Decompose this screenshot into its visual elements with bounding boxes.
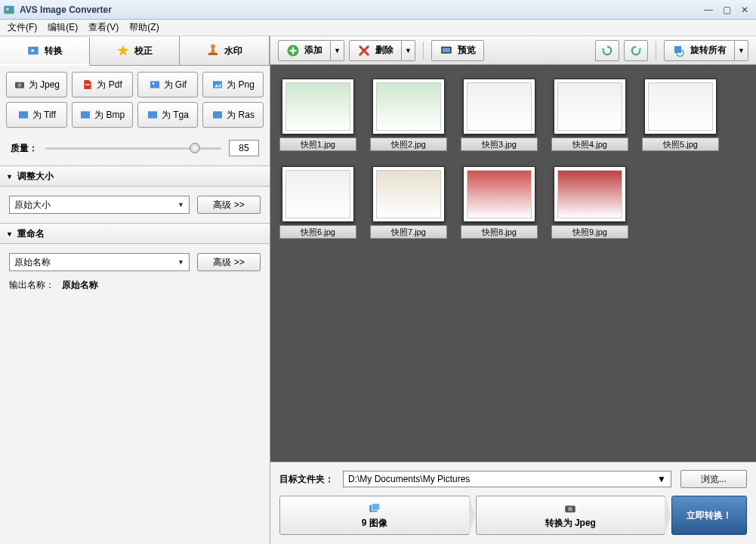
- minimize-button[interactable]: —: [700, 4, 717, 16]
- tab-correct[interactable]: 校正: [90, 36, 180, 65]
- fmt-bmp[interactable]: 为 Bmp: [72, 102, 133, 128]
- dest-path: D:\My Documents\My Pictures: [348, 474, 470, 484]
- dest-label: 目标文件夹：: [279, 473, 334, 486]
- left-panel: 转换 校正 水印 为 Jpeg 为 Pdf 为 Gif 为 Png 为 Tiff…: [0, 36, 270, 544]
- svg-rect-11: [81, 111, 90, 118]
- thumbnail-item[interactable]: 快照8.jpg: [461, 166, 538, 239]
- resize-combo[interactable]: 原始大小 ▼: [9, 196, 190, 214]
- maximize-button[interactable]: ▢: [718, 4, 735, 16]
- thumbnail-item[interactable]: 快照4.jpg: [551, 79, 628, 151]
- svg-rect-10: [19, 111, 28, 118]
- rename-combo[interactable]: 原始名称 ▼: [9, 253, 190, 271]
- rotate-left-icon: [600, 44, 614, 57]
- svg-rect-19: [372, 503, 380, 510]
- rotate-all-button[interactable]: 旋转所有: [664, 40, 735, 61]
- images-summary-button[interactable]: 9 图像: [279, 496, 470, 535]
- svg-rect-12: [148, 111, 157, 118]
- right-panel: 添加 ▼ 删除 ▼ 预览: [270, 36, 756, 544]
- thumbnail-image: [554, 166, 626, 222]
- image-icon: [147, 109, 159, 121]
- output-name-value: 原始名称: [62, 279, 98, 292]
- delete-dropdown[interactable]: ▼: [402, 40, 415, 61]
- thumbnail-label: 快照3.jpg: [461, 138, 538, 151]
- thumbnail-item[interactable]: 快照5.jpg: [642, 79, 719, 151]
- delete-button[interactable]: 删除: [349, 40, 402, 61]
- convert-icon: [26, 44, 40, 57]
- expand-icon: ▾: [8, 230, 11, 238]
- fmt-ras[interactable]: 为 Ras: [202, 102, 264, 128]
- monitor-icon: [440, 44, 453, 57]
- thumbnail-item[interactable]: 快照9.jpg: [551, 166, 628, 239]
- thumbnail-item[interactable]: 快照6.jpg: [279, 166, 356, 239]
- rotate-left-button[interactable]: [595, 40, 619, 61]
- fmt-tga[interactable]: 为 Tga: [137, 102, 199, 128]
- left-tabs: 转换 校正 水印: [0, 36, 270, 66]
- thumbnail-item[interactable]: 快照2.jpg: [370, 79, 447, 151]
- image-icon: [211, 109, 224, 121]
- rename-value: 原始名称: [14, 256, 51, 269]
- convert-summary-button[interactable]: 转换为 Jpeg: [476, 496, 666, 535]
- camera-icon: [563, 502, 577, 515]
- thumbnail-image: [463, 79, 535, 134]
- chevron-down-icon: ▼: [657, 474, 666, 484]
- tab-convert[interactable]: 转换: [0, 37, 90, 66]
- add-dropdown[interactable]: ▼: [331, 40, 344, 61]
- menu-edit[interactable]: 编辑(E): [45, 20, 81, 36]
- rotate-right-button[interactable]: [624, 40, 648, 61]
- rename-body: 原始名称 ▼ 高级 >> 输出名称： 原始名称: [0, 244, 270, 301]
- thumbnail-image: [644, 79, 717, 134]
- quality-slider[interactable]: [45, 142, 221, 154]
- rename-advanced-button[interactable]: 高级 >>: [197, 253, 261, 271]
- fmt-gif[interactable]: 为 Gif: [137, 72, 199, 97]
- dest-combo[interactable]: D:\My Documents\My Pictures ▼: [343, 471, 671, 487]
- thumbnail-item[interactable]: 快照3.jpg: [461, 79, 538, 151]
- stamp-icon: [206, 44, 220, 57]
- resize-advanced-button[interactable]: 高级 >>: [197, 196, 261, 214]
- rotate-right-icon: [629, 44, 643, 57]
- fmt-pdf[interactable]: 为 Pdf: [72, 72, 133, 97]
- resize-header[interactable]: ▾ 调整大小: [0, 165, 270, 187]
- fmt-png[interactable]: 为 Png: [202, 72, 264, 97]
- thumbnail-item[interactable]: 快照7.jpg: [370, 166, 447, 239]
- fmt-label: 为 Tiff: [32, 109, 56, 122]
- fmt-jpeg[interactable]: 为 Jpeg: [6, 72, 67, 97]
- thumbnail-area[interactable]: 快照1.jpg快照2.jpg快照3.jpg快照4.jpg快照5.jpg快照6.j…: [270, 65, 756, 462]
- app-logo-icon: [3, 4, 15, 16]
- convert-as-label: 转换为 Jpeg: [545, 517, 596, 530]
- resize-body: 原始大小 ▼ 高级 >>: [0, 187, 270, 223]
- delete-label: 删除: [375, 44, 393, 57]
- svg-point-5: [17, 83, 21, 87]
- x-icon: [357, 44, 371, 57]
- thumbnail-item[interactable]: 快照1.jpg: [279, 79, 356, 151]
- fmt-label: 为 Png: [227, 79, 255, 91]
- image-icon: [149, 79, 161, 91]
- close-button[interactable]: ✕: [736, 4, 753, 16]
- menu-file[interactable]: 文件(F): [5, 20, 40, 36]
- menu-help[interactable]: 帮助(Z): [126, 20, 162, 36]
- tab-watermark[interactable]: 水印: [180, 36, 270, 65]
- preview-button[interactable]: 预览: [431, 40, 484, 61]
- expand-icon: ▾: [8, 172, 11, 181]
- svg-point-21: [568, 506, 572, 511]
- rename-header[interactable]: ▾ 重命名: [0, 223, 270, 244]
- image-icon: [211, 79, 224, 91]
- menubar: 文件(F) 编辑(E) 查看(V) 帮助(Z): [0, 20, 756, 36]
- quality-value[interactable]: 85: [229, 140, 259, 156]
- resize-title: 调整大小: [17, 170, 54, 183]
- menu-view[interactable]: 查看(V): [85, 20, 122, 36]
- convert-now-button[interactable]: 立即转换！: [671, 496, 747, 535]
- thumbnail-label: 快照2.jpg: [370, 138, 447, 151]
- toolbar: 添加 ▼ 删除 ▼ 预览: [270, 36, 756, 65]
- svg-rect-3: [208, 53, 218, 55]
- thumbnail-image: [372, 166, 445, 222]
- svg-rect-13: [213, 111, 222, 118]
- output-name-label: 输出名称：: [9, 279, 54, 292]
- browse-button[interactable]: 浏览...: [680, 470, 747, 488]
- rotate-all-dropdown[interactable]: ▼: [735, 40, 748, 61]
- thumbnail-image: [372, 79, 445, 134]
- thumbnail-label: 快照9.jpg: [551, 225, 628, 239]
- fmt-tiff[interactable]: 为 Tiff: [6, 102, 67, 128]
- thumbnail-label: 快照1.jpg: [279, 138, 356, 151]
- window-controls: — ▢ ✕: [700, 4, 753, 16]
- add-button[interactable]: 添加: [278, 40, 331, 61]
